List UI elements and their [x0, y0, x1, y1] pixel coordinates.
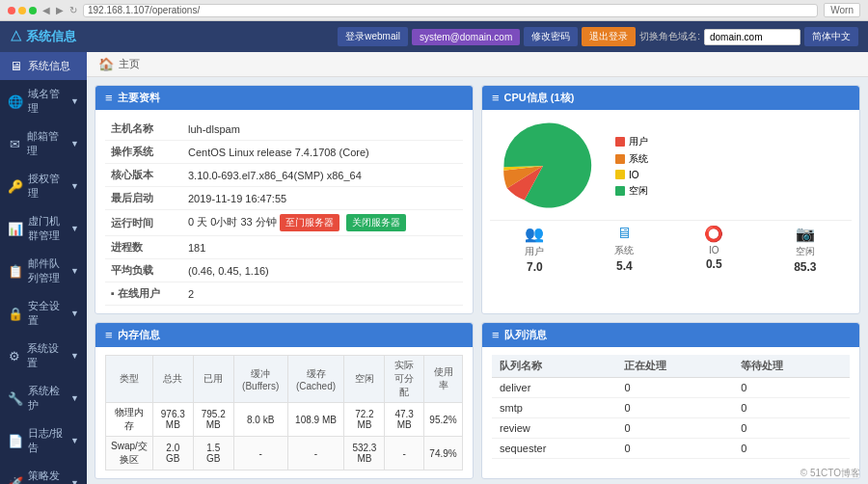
sidebar-section-main: 🖥 系统信息 🌐 域名管理 ▼ ✉ 邮箱管理 ▼ 🔑 授权管理 ▼ 📊 虚门机群… [0, 52, 87, 484]
mem-th-used: 已用 [193, 356, 233, 403]
logout-btn[interactable]: 退出登录 [582, 27, 636, 46]
queue-info-header: ≡ 队列消息 [482, 323, 859, 347]
domain-icon: 🌐 [8, 94, 23, 109]
alarm-btn[interactable]: 至门服务器 [280, 214, 339, 231]
lang-btn[interactable]: 简体中文 [804, 27, 858, 46]
legend-label-idle: 空闲 [629, 184, 648, 198]
memory-table: 类型 总共 已用 缓冲(Buffers) 缓存(Cached) 空闲 实际可分配… [105, 355, 463, 471]
legend-item-system: 系统 [615, 152, 648, 166]
boot-value: 2019-11-19 16:47:55 [182, 187, 463, 210]
hostname-label: 主机名称 [105, 118, 182, 141]
chevron-security-icon: ▼ [70, 309, 79, 318]
sidebar-item-queue[interactable]: 📋 邮件队列管理 ▼ [0, 250, 87, 292]
queue-sequester-processing: 0 [616, 439, 733, 459]
sidebar-item-policy[interactable]: 🚀 策略发展理 ▼ [0, 462, 87, 484]
process-value: 181 [182, 236, 463, 259]
mem-swap-buffers: - [233, 437, 287, 471]
chevron-vhost-icon: ▼ [70, 224, 79, 233]
mem-physical-type: 物理内存 [106, 403, 153, 437]
kernel-label: 核心版本 [105, 164, 182, 187]
sidebar-label-domain: 域名管理 [28, 87, 66, 116]
load-label: 平均负载 [105, 259, 182, 282]
process-label: 进程数 [105, 236, 182, 259]
legend-label-io: IO [629, 170, 639, 180]
cancel-btn[interactable]: 关闭服务器 [346, 214, 406, 231]
sidebar-item-maintenance[interactable]: 🔧 系统检护 ▼ [0, 377, 87, 419]
main-info-body: 主机名称 luh-dlspam 操作系统 CentOS Linux releas… [95, 110, 473, 313]
legend-item-idle: 空闲 [615, 184, 648, 198]
sidebar-item-sysinfo[interactable]: 🖥 系统信息 [0, 52, 87, 80]
chevron-email-icon: ▼ [70, 139, 79, 148]
settings-btn[interactable]: 修改密码 [524, 27, 578, 46]
breadcrumb: 🏠 主页 [87, 52, 868, 77]
queue-review-waiting: 0 [733, 418, 850, 439]
mem-th-avail: 实际可分配 [385, 356, 424, 403]
queue-th-processing: 正在处理 [616, 355, 733, 378]
memory-info-header: ≡ 内存信息 [95, 323, 473, 347]
mem-th-total: 总共 [152, 356, 193, 403]
mem-swap-type: Swap/交换区 [106, 437, 153, 471]
hostname-value: luh-dlspam [182, 118, 463, 141]
url-bar[interactable]: 192.168.1.107/operations/ [83, 4, 818, 17]
uptime-row: 运行时间 0 天 0小时 33 分钟 至门服务器 关闭服务器 [105, 210, 463, 236]
sidebar-item-auth[interactable]: 🔑 授权管理 ▼ [0, 165, 87, 207]
domain-input[interactable] [704, 29, 800, 45]
online-value: 2 [182, 282, 463, 306]
mem-swap-usage: 74.9% [424, 437, 463, 471]
queue-header-row: 队列名称 正在处理 等待处理 [492, 355, 850, 378]
mem-th-buffers: 缓冲(Buffers) [233, 356, 287, 403]
minimize-dot [18, 7, 26, 14]
refresh-btn[interactable]: ↻ [69, 5, 77, 15]
queue-sequester-name: sequester [492, 439, 616, 459]
login-webmail-btn[interactable]: 登录webmail [338, 27, 408, 46]
sidebar-item-syssettings[interactable]: ⚙ 系统设置 ▼ [0, 335, 87, 377]
hostname-row: 主机名称 luh-dlspam [105, 118, 463, 141]
kernel-value: 3.10.0-693.el7.x86_64(SMP) x86_64 [182, 164, 463, 187]
stat-system-label: 系统 [614, 244, 634, 257]
legend-item-io: IO [615, 170, 648, 180]
main-info-title: 主要资料 [118, 91, 160, 105]
legend-dot-user [615, 137, 625, 147]
back-btn[interactable]: ◀ [42, 5, 50, 15]
user-btn[interactable]: system@domain.com [412, 29, 520, 45]
mem-row-swap: Swap/交换区 2.0 GB 1.5 GB - - 532.3 MB - 74… [106, 437, 463, 471]
legend-label-user: 用户 [629, 135, 648, 148]
sidebar-item-domain[interactable]: 🌐 域名管理 ▼ [0, 80, 87, 122]
queue-smtp-waiting: 0 [733, 398, 850, 418]
maximize-dot [29, 7, 37, 14]
queue-row-deliver: deliver 0 0 [492, 378, 850, 398]
os-row: 操作系统 CentOS Linux release 7.4.1708 (Core… [105, 141, 463, 164]
stat-idle-value: 85.3 [794, 260, 816, 274]
sidebar-item-logs[interactable]: 📄 日志/报告 ▼ [0, 419, 87, 462]
mem-swap-free: 532.3 MB [344, 437, 385, 471]
close-dot [8, 7, 15, 14]
queue-info-panel: ≡ 队列消息 队列名称 正在处理 等待处理 [481, 322, 860, 479]
sidebar-label-vhost: 虚门机群管理 [28, 214, 66, 243]
queue-smtp-processing: 0 [616, 398, 733, 418]
sysinfo-icon: 🖥 [8, 59, 23, 73]
mem-physical-used: 795.2 MB [193, 403, 233, 437]
memory-info-title: 内存信息 [118, 328, 160, 342]
load-row: 平均负载 (0.46, 0.45, 1.16) [105, 259, 463, 282]
stat-user-value: 7.0 [527, 260, 543, 274]
forward-btn[interactable]: ▶ [56, 5, 64, 15]
queue-row-smtp: smtp 0 0 [492, 398, 850, 418]
chevron-policy-icon: ▼ [70, 478, 79, 484]
mem-header-row: 类型 总共 已用 缓冲(Buffers) 缓存(Cached) 空闲 实际可分配… [106, 356, 463, 403]
memory-panel-body: 类型 总共 已用 缓冲(Buffers) 缓存(Cached) 空闲 实际可分配… [95, 347, 473, 478]
content-area: 🏠 主页 ≡ 主要资料 主机名称 luh-dlspam [87, 52, 868, 484]
mem-swap-total: 2.0 GB [152, 437, 193, 471]
online-row: ▪ 在线用户 2 [105, 282, 463, 306]
sidebar-item-vhost[interactable]: 📊 虚门机群管理 ▼ [0, 207, 87, 250]
browser-actions: Worn [824, 3, 860, 17]
chevron-icon: ▼ [70, 96, 79, 106]
queue-panel-icon: ≡ [492, 328, 500, 342]
tab-label: Worn [824, 3, 860, 17]
sidebar-item-email[interactable]: ✉ 邮箱管理 ▼ [0, 122, 87, 165]
sidebar-item-security[interactable]: 🔒 安全设置 ▼ [0, 292, 87, 335]
queue-th-name: 队列名称 [492, 355, 616, 378]
online-label: ▪ 在线用户 [105, 282, 182, 306]
app-logo: △ 系统信息 [10, 28, 76, 45]
mem-physical-avail: 47.3 MB [385, 403, 424, 437]
main-layout: 🖥 系统信息 🌐 域名管理 ▼ ✉ 邮箱管理 ▼ 🔑 授权管理 ▼ 📊 虚门机群… [0, 52, 868, 484]
